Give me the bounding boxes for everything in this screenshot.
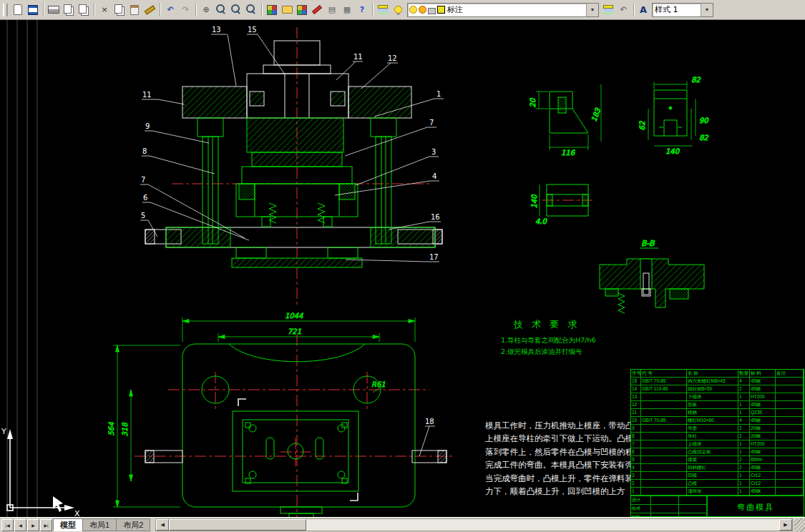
tab-nav-first-button[interactable]: |◀ xyxy=(1,519,14,531)
toolbar-grip[interactable] xyxy=(3,4,8,16)
parts-table-cell: 凸模 xyxy=(687,480,738,487)
text-style-combo[interactable]: 样式 1 ▼ xyxy=(652,3,713,17)
tab-model[interactable]: 模型 xyxy=(53,518,83,531)
parts-table-cell xyxy=(641,401,687,408)
cut-icon[interactable]: × xyxy=(97,3,112,16)
properties-icon[interactable] xyxy=(265,3,279,16)
help-icon[interactable]: ? xyxy=(355,3,369,16)
parts-table-cell: 7 xyxy=(631,440,641,448)
tab-nav-next-button[interactable]: ▶ xyxy=(27,519,39,531)
tab-layout1[interactable]: 布局1 xyxy=(82,518,117,531)
parts-table-row: 14GB/T 119-86圆柱销8×50245钢 xyxy=(631,385,804,393)
layer-combo[interactable]: 标注 ▼ xyxy=(407,3,599,17)
horizontal-scrollbar[interactable]: ◀ ▶ xyxy=(155,518,793,531)
parts-table-cell: HT200 xyxy=(750,440,776,448)
scroll-track[interactable] xyxy=(306,519,779,531)
parts-table-row: 5弹簧265Mn xyxy=(631,456,804,464)
make-object-layer-current-icon[interactable] xyxy=(601,3,615,16)
toolbar-separator xyxy=(372,3,373,16)
zoom-window-icon[interactable] xyxy=(229,3,243,16)
callout: 7 xyxy=(141,176,145,184)
parts-table-cell: 4 xyxy=(738,417,750,424)
parts-table-cell xyxy=(776,472,804,479)
title-blank xyxy=(651,496,679,504)
parts-table-row: 13下模座1HT200 xyxy=(631,393,804,401)
layer-combo-value: 标注 xyxy=(445,4,586,15)
dim-plan-inner-width: 721 xyxy=(288,327,301,335)
parts-table-cell: 9 xyxy=(631,425,641,432)
title-field: 校对 xyxy=(631,505,651,513)
parts-table-cell: 10 xyxy=(631,417,641,424)
parts-table-cell: 2 xyxy=(738,456,750,463)
parts-table-cell: GB/T 70-85 xyxy=(641,378,687,385)
parts-table-cell: 垫板 xyxy=(687,401,738,408)
style-combo-dropdown-button[interactable]: ▼ xyxy=(701,4,713,16)
text-style-icon[interactable]: A xyxy=(637,3,650,16)
toolbar-separator xyxy=(160,3,160,16)
pan-icon[interactable]: ⊕ xyxy=(199,3,213,16)
mouse-cursor xyxy=(53,496,63,512)
copy-icon[interactable] xyxy=(112,3,127,16)
match-properties-icon[interactable] xyxy=(142,3,157,16)
layer-previous-icon[interactable]: ↶ xyxy=(616,3,630,16)
plot-preview-icon[interactable] xyxy=(62,3,76,16)
standard-toolbar-icons: ×↶↷⊕▤▦? xyxy=(11,3,405,16)
parts-table-cell xyxy=(776,448,804,455)
save-icon[interactable] xyxy=(26,3,40,16)
resize-grip[interactable] xyxy=(794,518,805,532)
layer-combo-dropdown-button[interactable]: ▼ xyxy=(586,4,598,16)
parts-table-cell: 材 料 xyxy=(750,370,776,377)
plot-icon[interactable] xyxy=(47,3,61,16)
redo-icon[interactable]: ↷ xyxy=(178,3,192,16)
dbconnect-icon[interactable]: ▤ xyxy=(325,3,339,16)
parts-table-row: 11模柄1Q235 xyxy=(631,409,804,417)
parts-table-cell: 序号 xyxy=(631,370,641,377)
layer-states-icon[interactable] xyxy=(391,3,405,16)
dim-140-bottom: 140 xyxy=(665,147,680,155)
tool-palettes-icon[interactable] xyxy=(295,3,309,16)
autocad-window: ×↶↷⊕▤▦? 标注 ▼ ↶ A 样式 1 ▼ xyxy=(0,0,805,532)
zoom-previous-icon[interactable] xyxy=(244,3,258,16)
ucs-y-label: Y xyxy=(1,427,6,436)
parts-table-cell xyxy=(776,480,804,487)
parts-table-cell: 45钢 xyxy=(750,417,776,424)
parts-table-cell: 45钢 xyxy=(750,448,776,455)
callout: 6 xyxy=(143,194,147,202)
paste-icon[interactable] xyxy=(127,3,142,16)
callout: 7 xyxy=(429,119,434,127)
layer-color-icon xyxy=(437,6,445,14)
tab-layout2[interactable]: 布局2 xyxy=(116,518,150,531)
technical-requirements: 技 术 要 求 1.导柱与导套之间配合为H7/h6 2.做完模具后涂油并打编号 xyxy=(501,319,596,355)
parts-table-row: 6凸模固定板145钢 xyxy=(631,448,804,456)
dim-plan-width: 1044 xyxy=(285,312,303,320)
parts-table-cell xyxy=(776,425,804,432)
scroll-thumb[interactable] xyxy=(169,519,306,531)
new-file-icon[interactable] xyxy=(11,3,25,16)
parts-table-cell: 1 xyxy=(738,401,750,408)
markup-icon[interactable] xyxy=(310,3,324,16)
parts-table-cell: GB/T 70-85 xyxy=(641,417,687,424)
parts-table-row: 1顶件块145钢 xyxy=(631,488,804,496)
undo-icon[interactable]: ↶ xyxy=(163,3,177,16)
toolbar: ×↶↷⊕▤▦? 标注 ▼ ↶ A 样式 1 ▼ xyxy=(0,0,805,20)
scroll-right-button[interactable]: ▶ xyxy=(779,519,792,531)
tab-nav-prev-button[interactable]: ◀ xyxy=(14,519,26,531)
parts-table-cell: 模柄 xyxy=(687,409,738,416)
designcenter-icon[interactable] xyxy=(280,3,294,16)
layer-toolbar-icons: ↶ xyxy=(601,3,630,16)
publish-icon[interactable] xyxy=(77,3,91,16)
callout: 15 xyxy=(248,26,257,34)
scroll-left-button[interactable]: ◀ xyxy=(156,519,169,531)
zoom-realtime-icon[interactable] xyxy=(214,3,228,16)
quick-calc-icon[interactable]: ▦ xyxy=(340,3,354,16)
parts-table-cell: Cr12 xyxy=(750,480,776,487)
dim-plan-height: 564 xyxy=(107,422,115,436)
parts-table-row: 10GB/T 70-85螺钉M10×60445钢 xyxy=(631,417,804,425)
dim-90: 90 xyxy=(699,117,709,124)
dim-20: 20 xyxy=(529,97,537,107)
tab-nav-last-button[interactable]: ▶| xyxy=(40,519,52,531)
parts-table-cell: 1 xyxy=(738,472,750,479)
parts-table-cell xyxy=(641,440,687,448)
detail-view-1: 20 183 116 xyxy=(529,84,602,157)
layer-properties-icon[interactable] xyxy=(376,3,390,16)
